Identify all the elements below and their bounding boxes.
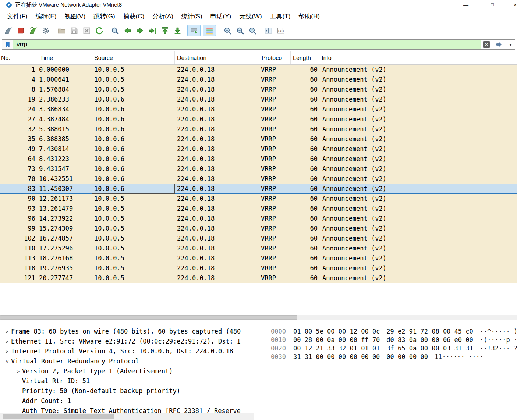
menu-item[interactable]: 统计(S) bbox=[177, 11, 206, 22]
detail-row[interactable]: >Virtual Router Redundancy Protocol bbox=[0, 356, 258, 366]
menu-item[interactable]: 编辑(E) bbox=[32, 11, 61, 22]
menu-item[interactable]: 帮助(H) bbox=[294, 11, 324, 22]
save-file-icon[interactable] bbox=[68, 25, 80, 36]
capture-options-icon[interactable] bbox=[40, 25, 52, 36]
packet-list-hscrollbar[interactable] bbox=[0, 315, 517, 320]
hex-offset: 0020 bbox=[271, 345, 286, 352]
first-packet-icon[interactable] bbox=[159, 25, 171, 36]
details-hscrollbar[interactable] bbox=[0, 413, 254, 420]
reload-file-icon[interactable] bbox=[93, 25, 105, 36]
hex-row[interactable]: 000001 00 5e 00 00 12 00 0c29 e2 91 72 0… bbox=[271, 327, 517, 336]
display-filter-input[interactable] bbox=[13, 40, 481, 49]
packet-row[interactable]: 24 3.386834 10.0.0.6 224.0.0.18 VRRP 60 … bbox=[0, 104, 517, 114]
expander-icon[interactable]: > bbox=[3, 327, 11, 337]
pane-splitter[interactable] bbox=[258, 324, 261, 413]
detail-row[interactable]: >Version 2, Packet type 1 (Advertisement… bbox=[0, 366, 258, 376]
detail-row[interactable]: Addr Count: 1 bbox=[0, 396, 258, 406]
menu-item[interactable]: 跳转(G) bbox=[89, 11, 119, 22]
expander-icon[interactable]: > bbox=[3, 347, 11, 357]
packet-row[interactable]: 113 18.276168 10.0.0.5 224.0.0.18 VRRP 6… bbox=[0, 253, 517, 263]
packet-row[interactable]: 27 4.387484 10.0.0.6 224.0.0.18 VRRP 60 … bbox=[0, 114, 517, 124]
close-file-icon[interactable] bbox=[81, 25, 92, 36]
detail-row[interactable]: >Ethernet II, Src: VMware_e2:91:72 (00:0… bbox=[0, 337, 258, 346]
packet-row[interactable]: 102 16.274857 10.0.0.5 224.0.0.18 VRRP 6… bbox=[0, 234, 517, 243]
menu-item[interactable]: 电话(Y) bbox=[206, 11, 236, 22]
menu-item[interactable]: 视图(V) bbox=[60, 11, 89, 22]
details-hscrollbar-thumb[interactable] bbox=[3, 414, 114, 419]
hex-row[interactable]: 003031 31 00 00 00 00 00 0000 00 00 0011… bbox=[271, 353, 517, 361]
packet-row[interactable]: 83 11.450307 10.0.0.6 224.0.0.18 VRRP 60… bbox=[0, 184, 517, 194]
packet-row[interactable]: 73 9.431547 10.0.0.6 224.0.0.18 VRRP 60 … bbox=[0, 164, 517, 174]
packet-info: Announcement (v2) bbox=[319, 263, 517, 273]
hex-row[interactable]: 001000 28 00 0a 00 00 ff 70d0 83 0a 00 0… bbox=[271, 336, 517, 344]
column-header[interactable]: Time bbox=[38, 51, 92, 64]
menu-item[interactable]: 工具(T) bbox=[266, 11, 295, 22]
packet-row[interactable]: 64 8.431223 10.0.0.6 224.0.0.18 VRRP 60 … bbox=[0, 154, 517, 164]
restart-capture-icon[interactable] bbox=[27, 25, 39, 36]
filter-apply-icon[interactable] bbox=[492, 40, 506, 49]
packet-row[interactable]: 90 12.261173 10.0.0.5 224.0.0.18 VRRP 60… bbox=[0, 194, 517, 204]
detail-row[interactable]: Auth Type: Simple Text Authentication [R… bbox=[0, 406, 258, 413]
find-packet-icon[interactable] bbox=[109, 25, 121, 36]
packet-row[interactable]: 121 20.277747 10.0.0.5 224.0.0.18 VRRP 6… bbox=[0, 273, 517, 283]
filter-clear-icon[interactable]: ✕ bbox=[481, 40, 492, 49]
packet-row[interactable]: 4 1.000641 10.0.0.5 224.0.0.18 VRRP 60 A… bbox=[0, 75, 517, 85]
detail-row[interactable]: >Internet Protocol Version 4, Src: 10.0.… bbox=[0, 346, 258, 356]
previous-packet-icon[interactable] bbox=[121, 25, 133, 36]
column-header[interactable]: Protoco bbox=[259, 51, 291, 64]
packet-row[interactable]: 32 5.388015 10.0.0.6 224.0.0.18 VRRP 60 … bbox=[0, 124, 517, 134]
packet-source: 10.0.0.5 bbox=[92, 75, 175, 85]
go-to-packet-icon[interactable] bbox=[146, 25, 158, 36]
packet-destination: 224.0.0.18 bbox=[175, 104, 259, 114]
minimize-button[interactable]: — bbox=[457, 0, 474, 10]
column-header[interactable]: Source bbox=[92, 51, 175, 64]
start-capture-icon[interactable] bbox=[2, 25, 14, 36]
packet-row[interactable]: 8 1.576884 10.0.0.5 224.0.0.18 VRRP 60 A… bbox=[0, 85, 517, 95]
packet-row[interactable]: 1 0.000000 10.0.0.5 224.0.0.18 VRRP 60 A… bbox=[0, 65, 517, 75]
expander-icon[interactable]: > bbox=[14, 367, 22, 377]
packet-row[interactable]: 96 14.273922 10.0.0.5 224.0.0.18 VRRP 60… bbox=[0, 214, 517, 224]
hscrollbar-thumb[interactable] bbox=[0, 315, 297, 320]
zoom-out-icon[interactable] bbox=[234, 25, 246, 36]
filter-bookmark-icon[interactable] bbox=[2, 40, 13, 49]
packet-row[interactable]: 49 7.430814 10.0.0.6 224.0.0.18 VRRP 60 … bbox=[0, 144, 517, 154]
next-packet-icon[interactable] bbox=[134, 25, 146, 36]
detail-row[interactable]: >Frame 83: 60 bytes on wire (480 bits), … bbox=[0, 327, 258, 337]
zoom-in-icon[interactable] bbox=[222, 25, 233, 36]
packet-no: 99 bbox=[0, 224, 38, 234]
stop-capture-icon[interactable] bbox=[15, 25, 26, 36]
packet-destination: 224.0.0.18 bbox=[175, 154, 259, 164]
column-header[interactable]: Length bbox=[291, 51, 319, 64]
maximize-button[interactable]: □ bbox=[484, 0, 501, 10]
resize-columns-icon[interactable] bbox=[262, 25, 274, 36]
close-button[interactable]: × bbox=[507, 0, 517, 10]
auto-scroll-icon[interactable] bbox=[187, 25, 201, 36]
packet-row[interactable]: 118 19.276935 10.0.0.5 224.0.0.18 VRRP 6… bbox=[0, 263, 517, 273]
detail-row[interactable]: Priority: 50 (Non-default backup priorit… bbox=[0, 386, 258, 396]
menu-item[interactable]: 文件(F) bbox=[3, 11, 32, 22]
packet-length: 60 bbox=[291, 85, 319, 95]
expander-icon[interactable]: > bbox=[2, 358, 12, 366]
packet-row[interactable]: 110 17.275296 10.0.0.5 224.0.0.18 VRRP 6… bbox=[0, 243, 517, 253]
zoom-normal-icon[interactable]: 1:1 bbox=[247, 25, 258, 36]
packet-row[interactable]: 93 13.261479 10.0.0.5 224.0.0.18 VRRP 60… bbox=[0, 204, 517, 214]
column-header[interactable]: Info bbox=[319, 51, 517, 64]
hex-row[interactable]: 002000 12 21 33 32 01 01 013f 65 0a 00 0… bbox=[271, 344, 517, 353]
packet-row[interactable]: 78 10.432551 10.0.0.6 224.0.0.18 VRRP 60… bbox=[0, 174, 517, 184]
detail-row[interactable]: Virtual Rtr ID: 51 bbox=[0, 376, 258, 386]
open-file-icon[interactable] bbox=[56, 25, 67, 36]
colorize-icon[interactable] bbox=[203, 25, 216, 36]
filter-dropdown-icon[interactable]: ▾ bbox=[506, 40, 515, 49]
auto-fit-columns-icon[interactable]: 123 bbox=[275, 25, 287, 36]
packet-row[interactable]: 99 15.274309 10.0.0.5 224.0.0.18 VRRP 60… bbox=[0, 224, 517, 234]
menu-item[interactable]: 分析(A) bbox=[148, 11, 177, 22]
packet-row[interactable]: 19 2.386233 10.0.0.6 224.0.0.18 VRRP 60 … bbox=[0, 95, 517, 104]
packet-list-empty-area bbox=[0, 283, 517, 315]
menu-item[interactable]: 捕获(C) bbox=[119, 11, 149, 22]
column-header[interactable]: Destination bbox=[175, 51, 259, 64]
packet-row[interactable]: 35 6.388385 10.0.0.6 224.0.0.18 VRRP 60 … bbox=[0, 134, 517, 144]
last-packet-icon[interactable] bbox=[171, 25, 183, 36]
menu-item[interactable]: 无线(W) bbox=[235, 11, 266, 22]
column-header[interactable]: No. bbox=[0, 51, 38, 64]
expander-icon[interactable]: > bbox=[3, 337, 11, 347]
